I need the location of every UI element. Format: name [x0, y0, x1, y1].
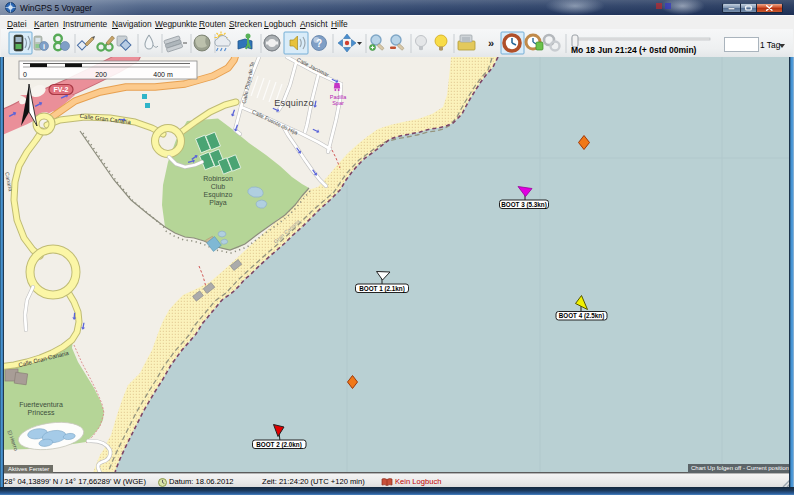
- svg-text:Robinson: Robinson: [203, 175, 233, 182]
- svg-text:BOOT 1 (2.1kn): BOOT 1 (2.1kn): [359, 285, 405, 293]
- svg-text:Princess: Princess: [28, 409, 55, 416]
- svg-text:»: »: [488, 37, 494, 49]
- svg-text:0: 0: [23, 71, 27, 78]
- svg-text:i: i: [43, 43, 45, 50]
- svg-text:FV-2: FV-2: [54, 86, 69, 93]
- svg-text:200: 200: [95, 71, 107, 78]
- svg-text:Playa: Playa: [209, 199, 227, 207]
- svg-text:?: ?: [316, 38, 322, 49]
- svg-text:400 m: 400 m: [153, 71, 173, 78]
- svg-text:BOOT 4 (2.5kn): BOOT 4 (2.5kn): [559, 312, 605, 320]
- svg-text:BOOT 3 (5.3kn): BOOT 3 (5.3kn): [501, 201, 547, 209]
- svg-text:Esquinzo: Esquinzo: [274, 98, 313, 108]
- svg-text:BOOT 2 (2.0kn): BOOT 2 (2.0kn): [256, 441, 302, 449]
- svg-text:Spar: Spar: [332, 100, 344, 106]
- svg-text:Fuerteventura: Fuerteventura: [19, 401, 63, 408]
- svg-text:Esquinzo: Esquinzo: [204, 191, 233, 199]
- svg-text:Club: Club: [211, 183, 226, 190]
